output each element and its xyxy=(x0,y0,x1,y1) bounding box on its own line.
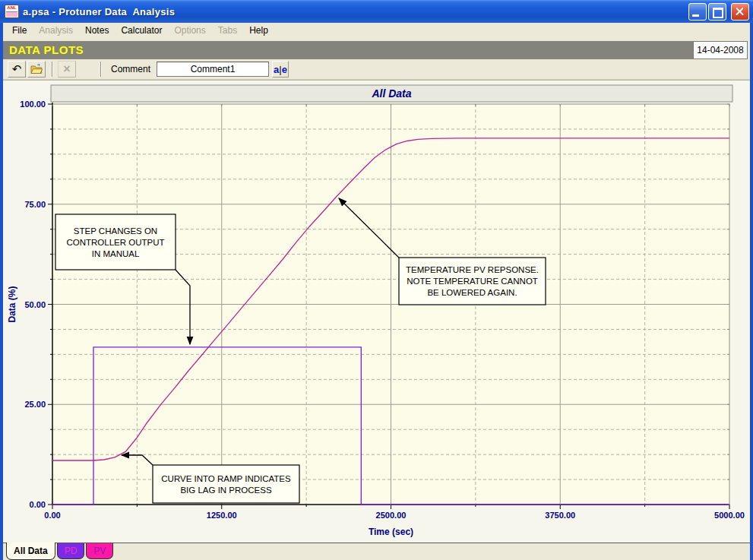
tab-all-data[interactable]: All Data xyxy=(6,543,55,560)
maximize-icon xyxy=(713,8,723,18)
page-title: DATA PLOTS xyxy=(3,41,694,59)
svg-text:5000.00: 5000.00 xyxy=(714,511,745,520)
window-body: FileAnalysisNotesCalculatorOptionsTabsHe… xyxy=(0,23,753,560)
comment-label: Comment xyxy=(111,64,150,74)
open-folder-icon xyxy=(30,64,43,74)
minimize-icon xyxy=(692,14,699,17)
svg-text:0.00: 0.00 xyxy=(44,511,60,520)
svg-text:TEMPERATURE PV REPSONSE.: TEMPERATURE PV REPSONSE. xyxy=(406,265,539,274)
all-data-chart: All Data0.001250.002500.003750.005000.00… xyxy=(3,83,750,542)
menu-item-analysis: Analysis xyxy=(33,24,79,37)
svg-text:Time (sec): Time (sec) xyxy=(369,527,413,537)
title-bar: ANL a.psa - Protuner Data Analysis xyxy=(0,0,753,23)
header-row: DATA PLOTS 14-04-2008 xyxy=(3,41,750,59)
menu-item-help[interactable]: Help xyxy=(243,24,274,37)
menu-item-calculator[interactable]: Calculator xyxy=(115,24,168,37)
menu-item-notes[interactable]: Notes xyxy=(79,24,115,37)
svg-text:BE LOWERED AGAIN.: BE LOWERED AGAIN. xyxy=(427,288,517,297)
minimize-button[interactable] xyxy=(688,3,707,21)
toolbar-separator xyxy=(52,62,53,77)
window-title: a.psa - Protuner Data Analysis xyxy=(23,6,175,17)
tab-pd[interactable]: PD xyxy=(57,543,85,559)
date-display: 14-04-2008 xyxy=(693,41,748,59)
delete-button: × xyxy=(58,61,76,78)
svg-text:2500.00: 2500.00 xyxy=(376,511,407,520)
svg-text:75.00: 75.00 xyxy=(24,200,46,209)
svg-text:1250.00: 1250.00 xyxy=(207,511,237,520)
svg-text:STEP CHANGES ON: STEP CHANGES ON xyxy=(74,226,157,236)
edit-e-glyph: e xyxy=(282,64,287,75)
window-controls xyxy=(688,3,749,21)
menu-item-tabs: Tabs xyxy=(212,24,243,37)
tab-pv[interactable]: PV xyxy=(86,543,113,559)
edit-text-button[interactable]: a|e xyxy=(272,61,289,78)
app-icon: ANL xyxy=(5,5,19,18)
app-icon-text: ANL xyxy=(7,5,16,10)
svg-text:CURVE INTO RAMP INDICATES: CURVE INTO RAMP INDICATES xyxy=(161,474,291,483)
comment-input[interactable] xyxy=(157,62,269,77)
svg-text:0.00: 0.00 xyxy=(30,500,46,509)
toolbar-separator xyxy=(100,62,102,77)
menu-item-options: Options xyxy=(168,24,211,37)
toolbar: ↶ × Comment a|e xyxy=(3,59,750,80)
header-band: DATA PLOTS xyxy=(3,41,694,59)
undo-icon: ↶ xyxy=(12,64,22,74)
svg-text:100.00: 100.00 xyxy=(20,100,46,109)
app-window: ANL a.psa - Protuner Data Analysis FileA… xyxy=(0,0,753,560)
svg-text:IN MANUAL: IN MANUAL xyxy=(92,249,140,258)
tab-bar: All DataPDPV xyxy=(3,543,750,560)
menu-bar: FileAnalysisNotesCalculatorOptionsTabsHe… xyxy=(3,23,750,38)
maximize-button[interactable] xyxy=(708,3,726,21)
svg-text:Data (%): Data (%) xyxy=(7,286,17,322)
menu-item-file[interactable]: File xyxy=(6,24,33,37)
svg-text:CONTROLLER OUTPUT: CONTROLLER OUTPUT xyxy=(66,238,164,247)
svg-text:All Data: All Data xyxy=(371,87,411,100)
svg-text:50.00: 50.00 xyxy=(24,300,46,309)
delete-icon: × xyxy=(63,64,70,74)
undo-button[interactable]: ↶ xyxy=(8,61,26,78)
open-button[interactable] xyxy=(27,61,46,78)
svg-text:BIG LAG IN PROCESS: BIG LAG IN PROCESS xyxy=(180,486,271,495)
svg-text:3750.00: 3750.00 xyxy=(545,511,575,520)
chart-region: All Data0.001250.002500.003750.005000.00… xyxy=(3,80,750,543)
edit-a-glyph: a xyxy=(274,64,279,75)
close-button[interactable] xyxy=(731,3,749,21)
svg-text:NOTE TEMPERATURE CANNOT: NOTE TEMPERATURE CANNOT xyxy=(407,277,538,286)
svg-text:25.00: 25.00 xyxy=(24,400,46,409)
app-icon-strip xyxy=(6,11,17,17)
